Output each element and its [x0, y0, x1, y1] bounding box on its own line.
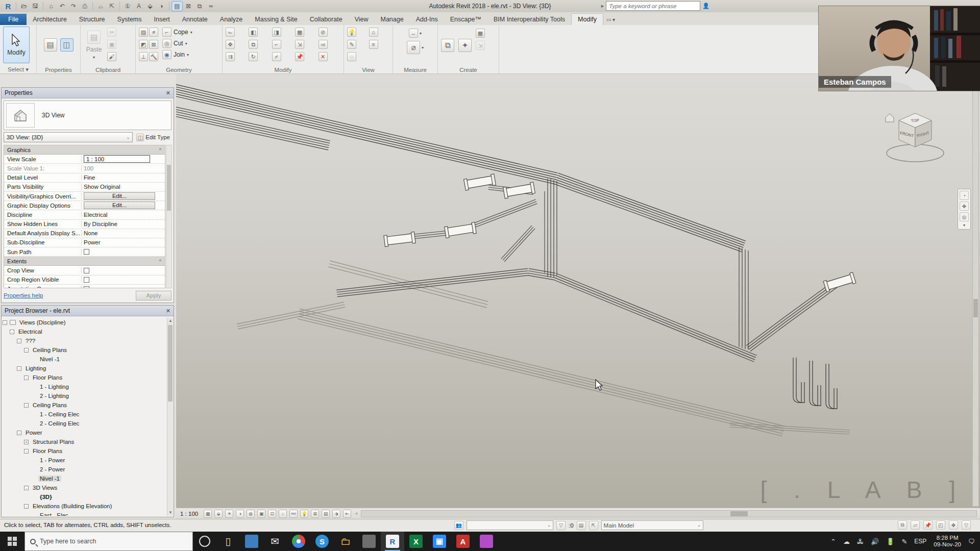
worksets-dropdown[interactable]: ⌄ — [467, 520, 553, 530]
shadows-icon[interactable]: ◑ — [236, 510, 244, 518]
tree-item-1-power[interactable]: 1 - Power — [3, 456, 166, 465]
array-icon[interactable]: ▦ — [295, 28, 304, 37]
edit-button[interactable]: Edit... — [84, 202, 155, 209]
tab-massing-site[interactable]: Massing & Site — [249, 14, 303, 25]
tree-toggle-icon[interactable]: - — [24, 486, 29, 490]
vertical-scroll-thumb[interactable] — [973, 299, 978, 317]
panel-label-modify[interactable]: Modify — [223, 67, 344, 73]
lock-3d-icon[interactable]: ⌂ — [279, 510, 287, 518]
vertical-scrollbar[interactable] — [972, 89, 979, 507]
select-links-icon[interactable]: ⧉ — [898, 520, 907, 530]
select-underlay-icon[interactable]: ▱ — [911, 520, 920, 530]
language-indicator[interactable]: ESP — [914, 538, 926, 545]
split-face-icon[interactable]: ◩ — [139, 40, 148, 49]
temp-view-props-icon[interactable]: ⊞ — [311, 510, 319, 518]
project-browser-close-icon[interactable]: ✕ — [166, 308, 170, 314]
sync-icon[interactable]: ⌂ — [46, 2, 56, 11]
property-row[interactable]: View Scale1 : 100 — [4, 155, 165, 164]
tree-item-nivel-1[interactable]: Nivel -1 — [3, 355, 166, 364]
volume-icon[interactable]: 🔊 — [871, 538, 879, 545]
lightbulb-icon[interactable]: 💡 — [347, 28, 356, 37]
ribbon-collapse-icon[interactable]: ▭ ▾ — [606, 17, 615, 25]
tree-item-2-lighting[interactable]: 2 - Lighting — [3, 391, 166, 400]
panel-label-measure[interactable]: Measure — [393, 67, 437, 73]
rotate-icon[interactable]: ↻ — [249, 52, 258, 61]
tree-toggle-icon[interactable]: - — [17, 431, 21, 435]
tree-toggle-icon[interactable]: - — [24, 504, 29, 509]
editable-only-icon[interactable]: ⇱ — [589, 521, 598, 530]
edit-button[interactable]: Edit... — [84, 192, 155, 200]
horizontal-scrollbar[interactable] — [361, 510, 977, 517]
checkbox[interactable] — [84, 286, 89, 288]
dimension-icon[interactable]: ⇱ — [107, 2, 117, 11]
constraints-icon[interactable]: ⇤ — [343, 510, 351, 518]
tree-item-lighting[interactable]: -Lighting — [3, 364, 166, 373]
property-row[interactable]: Parts VisibilityShow Original — [4, 183, 165, 192]
linework-icon[interactable]: ✎ — [347, 40, 356, 49]
crop-view-icon[interactable]: ▣ — [257, 510, 265, 518]
tree-toggle-icon[interactable]: - — [3, 320, 7, 325]
tree-item-east-elec[interactable]: East - Elec — [3, 511, 166, 516]
displacement-icon[interactable]: ⬗ — [332, 510, 340, 518]
sun-path-icon[interactable]: ☀ — [225, 510, 233, 518]
render-icon[interactable]: ◍ — [247, 510, 255, 518]
tree-toggle-icon[interactable]: + — [24, 440, 29, 444]
visual-style-icon[interactable]: ⬙ — [214, 510, 223, 518]
vcb-collapse-icon[interactable]: < — [355, 511, 358, 516]
crop-region-icon[interactable]: ⊡ — [268, 510, 276, 518]
filter-icon[interactable]: ▽ — [962, 520, 971, 530]
paint-icon[interactable]: ▨ — [139, 28, 148, 37]
displace-icon[interactable]: ⌂ — [369, 28, 378, 37]
move-icon[interactable]: ✥ — [226, 40, 235, 49]
detail-level-icon[interactable]: ▦ — [204, 510, 212, 518]
viewcube-home-icon[interactable] — [886, 114, 894, 122]
design-options-dropdown[interactable]: Main Model⌄ — [601, 520, 703, 530]
tree-item--3d-[interactable]: {3D} — [3, 492, 166, 502]
property-row[interactable]: DisciplineElectrical — [4, 210, 165, 219]
taskbar-app-creative[interactable] — [475, 532, 498, 551]
switch-windows-icon[interactable]: ⧉ — [194, 2, 205, 11]
property-row[interactable]: Graphic Display OptionsEdit... — [4, 201, 165, 210]
tree-item-power[interactable]: -Power — [3, 428, 166, 437]
override-graphics-icon[interactable]: ≡ — [369, 40, 378, 49]
cope-button[interactable]: ⌐ Cope▾ — [162, 27, 192, 38]
panel-label-create[interactable]: Create — [438, 67, 499, 73]
tab-view[interactable]: View — [349, 14, 375, 25]
tree-toggle-icon[interactable]: - — [10, 330, 14, 334]
family-types-icon[interactable]: ◫ — [60, 38, 74, 52]
properties-scrollbar[interactable] — [166, 145, 172, 288]
default-3d-view-icon[interactable]: ⬙ — [145, 2, 155, 11]
project-browser-header[interactable]: Project Browser - ele.rvt ✕ — [2, 306, 174, 316]
measure-icon[interactable]: ⌓ — [95, 2, 106, 11]
taskbar-task-view[interactable]: ▯ — [216, 532, 240, 551]
view-scale-control[interactable]: 1 : 100 — [180, 511, 198, 517]
tree-item-views-discipline-[interactable]: -Views (Discipline) — [3, 318, 166, 327]
tray-expand-icon[interactable]: ⌃ — [830, 538, 836, 545]
steering-wheel-icon[interactable]: ◔ — [960, 191, 969, 200]
onedrive-icon[interactable]: ☁ — [843, 538, 850, 545]
undo-icon[interactable]: ↶ — [57, 2, 67, 11]
panel-label-properties[interactable]: Properties — [37, 67, 80, 73]
scroll-up-icon[interactable]: ▲ — [167, 318, 174, 324]
zoom-icon[interactable]: ◎ — [960, 212, 969, 221]
navbar-expand-icon[interactable]: ▾ — [963, 223, 965, 228]
copy-icon[interactable]: ⧉ — [249, 40, 258, 49]
taskbar-search[interactable]: Type here to search — [24, 532, 193, 551]
tab-file[interactable]: File — [0, 14, 27, 25]
tree-toggle-icon[interactable]: - — [17, 366, 21, 371]
property-row[interactable]: Extents^ — [4, 257, 165, 266]
pen-icon[interactable]: ✎ — [901, 538, 907, 545]
mirror-draw-icon[interactable]: ◨ — [272, 28, 281, 37]
scale-icon[interactable]: ⇲ — [295, 40, 304, 49]
tab-modify[interactable]: Modify — [571, 13, 603, 25]
type-selector-dropdown[interactable]: 3D View: {3D}⌄ — [4, 132, 133, 142]
measure-between-icon[interactable]: ↔ — [409, 29, 418, 38]
taskbar-app-zoom[interactable]: ▣ — [428, 532, 451, 551]
status-filter-icon[interactable]: ▽ — [556, 521, 566, 530]
paste-button[interactable]: ▤ Paste ▾ — [84, 27, 104, 63]
wall-joins-icon[interactable]: ⊥ — [139, 52, 148, 61]
edit-type-button[interactable]: ◫ Edit Type — [135, 132, 172, 142]
tab-insert[interactable]: Insert — [148, 14, 176, 25]
tree-item-ceiling-plans[interactable]: -Ceiling Plans — [3, 345, 166, 355]
tree-item-floor-plans[interactable]: -Floor Plans — [3, 373, 166, 382]
